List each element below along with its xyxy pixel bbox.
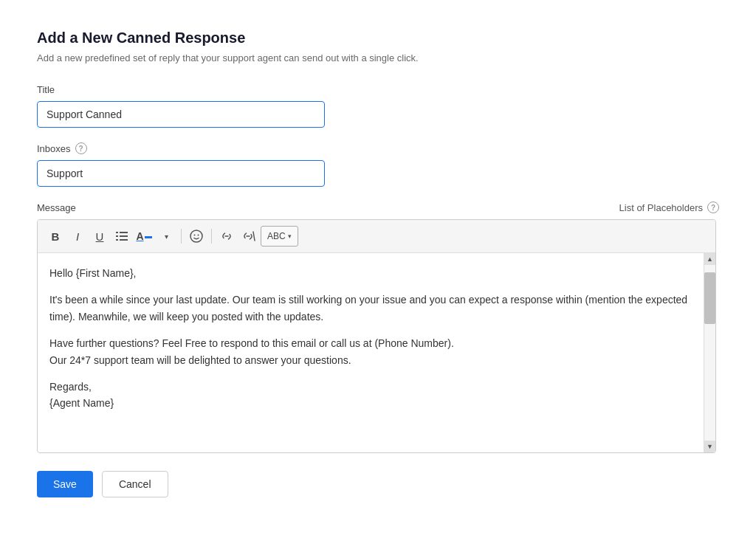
link-button[interactable]: [216, 226, 237, 247]
editor-container: B I U A ▾: [37, 219, 716, 453]
svg-point-7: [194, 235, 196, 236]
svg-point-8: [198, 235, 199, 236]
svg-rect-5: [120, 239, 128, 241]
title-field-group: Title: [37, 84, 719, 128]
editor-line-2: It's been a while since your last update…: [49, 292, 692, 325]
svg-line-9: [253, 232, 255, 241]
svg-rect-2: [116, 235, 118, 237]
message-field-group: Message List of Placeholders ? B I U: [37, 201, 719, 453]
inboxes-help-icon[interactable]: ?: [75, 142, 87, 154]
scrollbar-thumb[interactable]: [704, 272, 715, 324]
font-color-dropdown-button[interactable]: ▾: [156, 226, 176, 247]
message-header: Message List of Placeholders ?: [37, 201, 719, 213]
unlink-button[interactable]: [238, 226, 259, 247]
title-input[interactable]: [37, 101, 325, 128]
inboxes-input[interactable]: [37, 160, 325, 187]
editor-toolbar: B I U A ▾: [38, 220, 715, 253]
editor-line-3: Have further questions? Feel Free to res…: [49, 335, 692, 368]
bold-button[interactable]: B: [45, 226, 66, 247]
editor-content-area: Hello {First Name}, It's been a while si…: [38, 253, 715, 452]
cancel-button[interactable]: Cancel: [102, 471, 168, 497]
svg-rect-0: [116, 232, 118, 233]
editor-text[interactable]: Hello {First Name}, It's been a while si…: [38, 253, 704, 452]
font-color-button[interactable]: A: [134, 226, 154, 247]
page-title: Add a New Canned Response: [37, 30, 719, 46]
svg-rect-1: [120, 232, 128, 233]
editor-line-5: Regards, {Agent Name}: [49, 379, 692, 412]
svg-rect-3: [120, 235, 128, 237]
scrollbar-track: [704, 265, 715, 441]
underline-button[interactable]: U: [89, 226, 110, 247]
message-label: Message: [37, 202, 76, 213]
scrollbar-up-arrow[interactable]: ▲: [704, 253, 715, 265]
scrollbar-down-arrow[interactable]: ▼: [704, 441, 715, 452]
inboxes-field-group: Inboxes ?: [37, 142, 719, 187]
svg-point-6: [190, 230, 202, 242]
italic-button[interactable]: I: [67, 226, 88, 247]
form-actions: Save Cancel: [37, 471, 719, 497]
title-label: Title: [37, 84, 719, 95]
save-button[interactable]: Save: [37, 471, 93, 497]
inboxes-label: Inboxes ?: [37, 142, 719, 154]
spellcheck-button[interactable]: ABC ▾: [261, 226, 298, 247]
toolbar-separator-1: [181, 229, 182, 244]
toolbar-separator-2: [211, 229, 212, 244]
list-button[interactable]: [111, 226, 132, 247]
spellcheck-dropdown-arrow: ▾: [288, 232, 292, 240]
placeholders-help-icon[interactable]: ?: [707, 201, 719, 213]
editor-scrollbar[interactable]: ▲ ▼: [704, 253, 715, 452]
page-container: Add a New Canned Response Add a new pred…: [0, 0, 756, 541]
editor-line-1: Hello {First Name},: [49, 265, 692, 281]
svg-rect-4: [116, 239, 118, 241]
placeholders-link[interactable]: List of Placeholders ?: [619, 201, 719, 213]
emoji-button[interactable]: [186, 226, 207, 247]
page-subtitle: Add a new predefined set of reply that y…: [37, 52, 719, 63]
